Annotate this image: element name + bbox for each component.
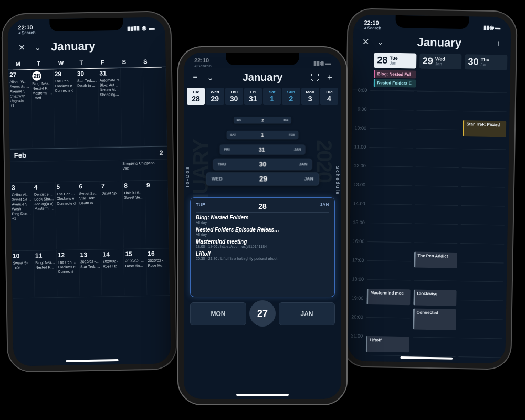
day-cell[interactable]: 5The Pen AddictClockwis eConnecte d [55,182,79,249]
day-cell[interactable]: 10Sweet Setup1x04 [12,251,35,297]
today-event[interactable]: Blog: Nested FoldersAll day [196,215,329,224]
day-cell[interactable]: 29The Pen AddictClockwis eConnecte d [54,69,77,146]
event-text[interactable]: Rose Home? [103,264,123,269]
event-text[interactable]: Connecte d [57,201,77,206]
today-event[interactable]: Mastermind meeting18:00 - 19:00 / https:… [196,239,329,248]
today-event[interactable]: Liftoff20:30 - 21:30 / Liftoff is a fort… [196,251,329,260]
event-text[interactable]: Clockwis e [58,265,78,269]
month-scroll[interactable]: 27Alison WakefieldSweet SetupAvenue 5 1x… [8,67,171,371]
day-cell[interactable]: 4Dentist 9.50amBook ShuttlesAnalog(u e)M… [33,182,57,249]
event-text[interactable]: The Pen Addict [57,192,77,196]
fullscreen-icon[interactable]: ⛶ [310,73,320,82]
event-text[interactable]: Upgrade [10,99,30,103]
stack-day-card[interactable]: SAT1FEB [227,131,298,139]
back-to-search[interactable]: ◂ Search [18,31,36,36]
event-text[interactable]: Wash [12,207,32,212]
day-cell[interactable]: 12The Pen AddictClockwis eConnecte [57,250,80,296]
chevron-down-icon[interactable]: ⌄ [32,42,43,52]
event-text[interactable]: Connecte [58,269,78,274]
event-text[interactable]: Death in Paradise [79,201,99,206]
event-text[interactable]: Dentist 9.50am [34,192,54,197]
hour-column[interactable]: Mastermind meeLiftoff [365,90,414,363]
add-icon[interactable]: ＋ [324,72,335,83]
add-icon[interactable]: ＋ [493,38,503,49]
close-icon[interactable]: ✕ [16,43,27,52]
allday-event[interactable]: Blog: Nested Fol [374,70,416,78]
day-cell[interactable]: 8Hair 9.15amSweet Setup [123,181,146,248]
event-text[interactable]: The Pen Addict [58,260,78,265]
event-text[interactable]: Blog: Nested [32,81,52,86]
timed-event[interactable]: The Pen Addict [414,252,457,268]
day-cell[interactable]: 28Blog: NestedNested FoldersMastermi ndL… [31,69,55,147]
day-column-header[interactable]: 29WedJan [419,54,462,69]
event-text[interactable]: Blog: Nested [35,260,55,265]
day-cell[interactable]: 6Sweet SetupStar Trek: PicardDeath in Pa… [78,182,101,249]
event-text[interactable]: +1 [10,103,30,108]
event-text[interactable]: Sweet Setup [13,261,33,266]
event-text[interactable]: 2020/02 - UK [80,259,100,264]
event-text[interactable]: 2020/02 - UK [103,259,123,264]
event-text[interactable]: Sweet Setup [12,197,32,202]
day-cell[interactable]: 27Alison WakefieldSweet SetupAvenue 5 1x… [8,70,32,148]
day-cell[interactable]: 31Automato rsBlog: AutomatoReturn Mowers… [98,68,122,146]
timed-event[interactable]: Star Trek: Picard [463,120,506,136]
event-text[interactable]: Alison Wakefield [9,80,29,85]
back-to-search[interactable]: ◂ Search [364,26,381,31]
event-text[interactable]: 2020/02 - UK [148,258,167,263]
hour-grid[interactable]: 8:009:0010:0011:0012:0013:0014:0015:0016… [348,89,507,365]
event-text[interactable]: Ring Dentist [12,212,32,216]
day-cell[interactable]: 132020/02 - UKStar Trek: Picard [79,250,102,296]
day-cell[interactable]: 7David Sparks's [100,181,124,248]
today-event[interactable]: Nested Folders Episode Releas…All day [196,227,329,236]
home-indicator[interactable] [236,394,289,396]
event-text[interactable]: Nested Folders [32,86,52,91]
day-cell[interactable]: 3Celine Alain B/Sweet SetupAvenue 5 1x03… [10,183,34,250]
event-text[interactable]: Book Shuttles [34,197,54,202]
stack-day-card[interactable]: FRI31JAN [220,144,306,154]
strip-day[interactable]: Wed29 [206,88,224,105]
back-to-search[interactable]: ◂ Search [194,64,212,68]
timeline-3d[interactable]: JANUARY 2020 To-Dos Schedule SUN2FEBSAT1… [186,108,339,329]
event-text[interactable]: Celine Alain B/ [12,193,32,197]
day-cell[interactable] [121,68,144,145]
event-text[interactable]: Return Mowers [100,88,120,92]
day-column-header[interactable]: 28TueJan [374,52,416,68]
event-text[interactable]: Rose Home? [125,264,145,268]
event-text[interactable]: Liftoff [33,96,52,100]
event-text[interactable]: +1 [12,216,32,221]
strip-day[interactable]: Sat1 [263,88,281,105]
stack-day-card[interactable]: WED29JAN [206,172,319,185]
stack-day-card[interactable]: THU30JAN [213,159,312,170]
event-text[interactable]: Connecte d [55,88,75,93]
day-cell[interactable]: 11Blog: NestedNested Folders [34,250,57,297]
menu-icon[interactable]: ≡ [190,73,201,82]
event-text[interactable]: Sweet Setup [9,85,29,89]
event-text[interactable]: David Sparks's [101,191,121,196]
event-text[interactable]: Death in Paradise [77,83,97,88]
day-cell[interactable]: 152020/02 - UKRose Home? [124,249,147,295]
event-text[interactable]: Mastermi nd [33,91,52,96]
event-text[interactable]: Blog: Automato [100,83,120,88]
event-text[interactable]: Automato rs [100,78,120,83]
timed-event[interactable]: Liftoff [366,336,410,352]
chevron-down-icon[interactable]: ⌄ [205,72,215,82]
event-text[interactable]: Star Trek: Picard [80,265,100,269]
schedule-tab[interactable]: Schedule [335,166,340,195]
day-cell[interactable]: 9 [145,180,169,247]
chevron-down-icon[interactable]: ⌄ [375,37,386,47]
event-text[interactable]: Shopping Morrison [100,92,120,97]
event-text[interactable]: Hair 9.15am [124,191,144,195]
event-text[interactable]: Sweet Setup [79,191,99,196]
todos-tab[interactable]: To-Dos [185,166,190,188]
event-text[interactable]: Rose Home? [148,263,168,268]
event-text[interactable]: Avenue 5 1x02 [10,89,30,94]
day-cell[interactable]: 30Star Trek: PicardDeath in Paradise [76,69,99,146]
strip-day[interactable]: Sun2 [282,88,300,105]
timed-event[interactable]: Mastermind mee [366,289,410,305]
prev-day-button[interactable]: MON [190,302,246,326]
event-text[interactable]: Star Trek: Picard [79,196,99,201]
allday-event[interactable]: Nested Folders E [373,79,416,87]
event-text[interactable]: Sweet Setup [124,195,144,200]
day-cell[interactable] [143,67,167,145]
event-text[interactable]: Mastermi nd [34,206,54,211]
